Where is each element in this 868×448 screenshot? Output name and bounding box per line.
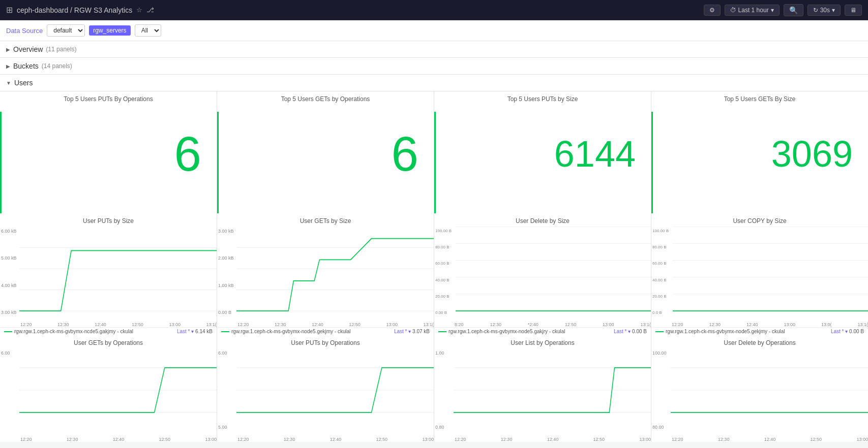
panel-user-gets-size: User GETs by Size 3.00 kB 2.00 kB 1.00 k… [217, 213, 434, 335]
panel-user-copy-size: User COPY by Size 100.00 B 80.00 B 60.00… [651, 213, 868, 335]
chevron-down-icon: ▾ [771, 7, 774, 14]
panel-title-user-puts-ops: User PUTs by Operations [217, 335, 434, 348]
panel-top5-puts-ops: Top 5 Users PUTs By Operations 6 [0, 91, 217, 213]
chart-area-puts-size: 6.00 kB 5.00 kB 4.00 kB 3.00 kB 12:20 12… [0, 227, 217, 327]
legend-color-gets-size [221, 331, 229, 332]
time-range-button[interactable]: ⏱ Last 1 hour ▾ [725, 5, 780, 16]
section-overview-label: Overview [13, 45, 43, 53]
legend-last-label-gets-size: Last * ▾ [394, 329, 411, 334]
chevron-right-icon: ▶ [6, 47, 10, 52]
y-labels-delete-ops: 100.00 80.00 [652, 348, 667, 432]
x-labels-list-ops: 12:20 12:30 12:40 12:50 13:00 [455, 437, 651, 442]
bottom-chart-row: User GETs by Operations 6.00 12:20 12:30… [0, 335, 868, 442]
chevron-down-icon: ▾ [832, 7, 835, 14]
legend-last-label-puts-size: Last * ▾ [177, 329, 194, 334]
legend-item-puts-size: rgw.rgw.1.ceph-ck-ms-gvbymx-ncde5.gakjmy… [4, 329, 133, 334]
chart-legend-gets-size: rgw.rgw.1.ceph-ck-ms-gvbymx-node5.gekjmy… [217, 327, 434, 335]
section-buckets-label: Buckets [13, 62, 39, 70]
x-labels-gets-ops: 12:20 12:30 12:40 12:50 13:00 [20, 437, 217, 442]
y-labels-puts-ops: 6.00 5.00 [218, 348, 227, 432]
chevron-down-icon-users: ▼ [6, 80, 11, 86]
stat-value-gets-ops: 6 [392, 126, 418, 182]
panel-title-user-delete-ops: User Delete by Operations [651, 335, 868, 348]
topbar-left: ⊞ ceph-dashboard / RGW S3 Analytics ☆ ⎇ [6, 5, 154, 15]
panel-user-delete-ops: User Delete by Operations 100.00 80.00 1… [651, 335, 868, 442]
x-labels-puts-size: 12:20 12:30 12:40 12:50 13:00 13:1( [20, 322, 217, 327]
breadcrumb: ceph-dashboard / RGW S3 Analytics [17, 6, 132, 14]
chart-area-delete-size: 100.00 B 80.00 B 60.00 B 40.00 B 20.00 B… [434, 227, 651, 327]
stat-value-puts-ops: 6 [174, 126, 201, 182]
refresh-button[interactable]: ↻ 30s ▾ [807, 5, 841, 16]
stat-value-gets-size: 3069 [771, 133, 853, 175]
panel-title-top5-puts-ops: Top 5 Users PUTs By Operations [0, 91, 217, 105]
section-users-label: Users [14, 79, 33, 87]
legend-value-copy-size: 0.00 B [849, 329, 864, 334]
legend-text-puts-size: rgw.rgw.1.ceph-ck-ms-gvbymx-ncde5.gakjmy… [14, 329, 133, 334]
datasource-label: Data Source [6, 27, 43, 35]
legend-text-gets-size: rgw.rgw.1.ceph-ck-ms-gvbymx-node5.gekjmy… [231, 329, 351, 334]
panel-title-user-copy-size: User COPY by Size [651, 213, 868, 227]
share-icon[interactable]: ⎇ [146, 6, 154, 14]
star-icon[interactable]: ☆ [136, 6, 142, 14]
refresh-rate-label: 30s [820, 7, 830, 14]
y-labels-delete-size: 100.00 B 80.00 B 60.00 B 40.00 B 20.00 B… [435, 227, 452, 317]
stat-panel-row: Top 5 Users PUTs By Operations 6 Top 5 U… [0, 91, 868, 213]
legend-color-delete-size [438, 331, 446, 332]
section-overview-count: (11 panels) [46, 46, 76, 53]
topbar-right: ⚙ ⏱ Last 1 hour ▾ 🔍 ↻ 30s ▾ 🖥 [704, 4, 862, 16]
section-users[interactable]: ▼ Users [0, 75, 868, 91]
stat-value-container: 6 [0, 105, 217, 213]
legend-value-delete-size: 0.00 B [632, 329, 647, 334]
time-range-label: Last 1 hour [738, 7, 769, 14]
left-accent-4 [651, 112, 653, 213]
panel-user-puts-ops: User PUTs by Operations 6.00 5.00 12:20 … [217, 335, 434, 442]
legend-value-gets-size: 3.07 kB [412, 329, 430, 334]
stat-value-container-2: 6 [217, 105, 434, 213]
filter-all-select[interactable]: All [135, 24, 161, 37]
chart-area-gets-ops: 6.00 12:20 12:30 12:40 12:50 13:00 [0, 348, 217, 442]
legend-text-copy-size: rgw.rgw.1.ceph-ck-ms-gvbymx-node5.gekjmy… [666, 329, 785, 334]
chart-panel-row: User PUTs by Size 6.00 kB 5.00 kB 4.00 k… [0, 213, 868, 335]
chart-area-list-ops: 1.00 0.80 12:20 12:30 12:40 12:50 13:00 [434, 348, 651, 442]
settings-button[interactable]: ⚙ [704, 5, 721, 16]
chart-svg-gets-ops [0, 348, 217, 442]
clock-icon: ⏱ [730, 7, 736, 14]
panel-user-list-ops: User List by Operations 1.00 0.80 12:20 … [434, 335, 651, 442]
chart-area-delete-ops: 100.00 80.00 12:20 12:30 12:40 12:50 13:… [651, 348, 868, 442]
panel-top5-gets-size: Top 5 Users GETs By Size 3069 [651, 91, 868, 213]
panel-title-user-delete-size: User Delete by Size [434, 213, 651, 227]
chart-svg-puts-ops [217, 348, 434, 442]
legend-value-puts-size: 6.14 kB [195, 329, 213, 334]
server-badge[interactable]: rgw_servers [89, 25, 130, 36]
chart-svg-copy-size [651, 227, 868, 327]
x-labels-delete-size: 8:20 12:30 *2:40 12:50 13:00 13:1( [455, 322, 651, 327]
left-accent-2 [217, 112, 219, 213]
monitor-button[interactable]: 🖥 [845, 5, 862, 16]
legend-color-copy-size [655, 331, 664, 332]
stat-value-puts-size: 6144 [554, 133, 636, 175]
datasource-select[interactable]: default [47, 24, 85, 37]
panel-title-user-list-ops: User List by Operations [434, 335, 651, 348]
chart-area-gets-size: 3.00 kB 2.00 kB 1.00 kB 0.00 B 12:20 12:… [217, 227, 434, 327]
x-labels-delete-ops: 12:20 12:30 12:40 12:50 13:00 [672, 437, 868, 442]
panel-top5-gets-ops: Top 5 Users GETs by Operations 6 [217, 91, 434, 213]
chart-area-copy-size: 100.00 B 80.00 B 60.00 B 40.00 B 20.00 B… [651, 227, 868, 327]
grid-icon: ⊞ [6, 5, 13, 15]
chevron-right-icon-2: ▶ [6, 63, 10, 69]
stat-value-container-3: 6144 [434, 105, 651, 213]
zoom-button[interactable]: 🔍 [784, 4, 803, 16]
panel-user-puts-size: User PUTs by Size 6.00 kB 5.00 kB 4.00 k… [0, 213, 217, 335]
panel-title-top5-gets-size: Top 5 Users GETs By Size [651, 91, 868, 105]
y-labels-puts-size: 6.00 kB 5.00 kB 4.00 kB 3.00 kB [1, 227, 17, 317]
chart-legend-copy-size: rgw.rgw.1.ceph-ck-ms-gvbymx-node5.gekjmy… [651, 327, 868, 335]
section-overview[interactable]: ▶ Overview (11 panels) [0, 41, 868, 58]
legend-right-puts-size: Last * ▾ 6.14 kB [177, 329, 213, 334]
chart-svg-delete-ops [651, 348, 868, 442]
legend-item-delete-size: rgw.rgw.1.ceph-ck-ms-gvbymx-node5.gakjry… [438, 329, 565, 334]
legend-item-copy-size: rgw.rgw.1.ceph-ck-ms-gvbymx-node5.gekjmy… [655, 329, 785, 334]
section-buckets[interactable]: ▶ Buckets (14 panels) [0, 58, 868, 75]
chart-svg-delete-size [434, 227, 651, 327]
filterbar: Data Source default rgw_servers All [0, 20, 868, 41]
y-labels-copy-size: 100.00 B 80.00 B 60.00 B 40.00 B 20.00 B… [652, 227, 669, 317]
chart-legend-delete-size: rgw.rgw.1.ceph-ck-ms-gvbymx-node5.gakjry… [434, 327, 651, 335]
